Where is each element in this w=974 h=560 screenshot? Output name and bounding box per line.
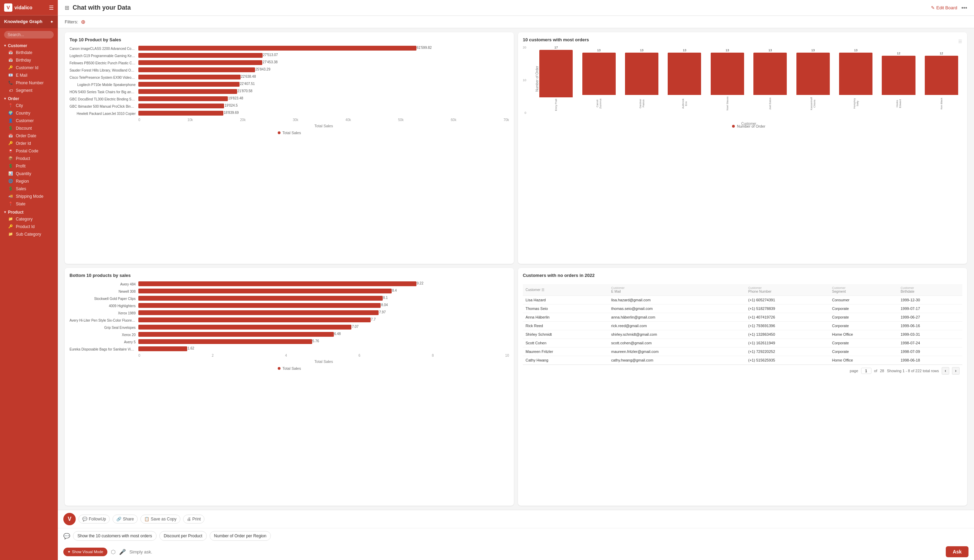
suggestion-3-label: Number of Order per Region (214, 533, 266, 538)
tag-icon: 🏷 (8, 88, 13, 93)
suggestion-3-button[interactable]: Number of Order per Region (210, 531, 271, 541)
hbar-label: Eureka Disposable Bags for Sanitaire Vib… (70, 347, 139, 351)
edit-board-button[interactable]: ✎ Edit Board (931, 5, 957, 10)
vbar-value-label: 17 (555, 46, 558, 49)
sidebar-item-order-date[interactable]: 📅 Order Date (0, 132, 58, 140)
vbar-bar (668, 53, 701, 95)
vbar-x-label: Ken Black (940, 96, 943, 111)
add-filter-button[interactable]: ⊕ (81, 18, 85, 25)
more-options-button[interactable]: ••• (961, 5, 967, 11)
sidebar-item-customer[interactable]: 👤 Customer (0, 117, 58, 125)
email-cell: shirley.schmidt@gmail.com (608, 330, 745, 339)
hamburger-icon[interactable]: ☰ (49, 5, 54, 11)
hbar-row: Hewlett Packard LaserJet 3310 Copier 18'… (70, 111, 509, 116)
hbar-value: 19'024.5 (224, 103, 239, 107)
sidebar-item-country[interactable]: 🌍 Country (0, 109, 58, 117)
hbar-container: 25'843.29 (139, 67, 509, 73)
sidebar-item-customer-id[interactable]: 🔑 Customer Id (0, 64, 58, 72)
sidebar-section-customer[interactable]: ▾ Customer (0, 41, 58, 49)
x-tick: 4 (285, 353, 287, 357)
sidebar-item-profit[interactable]: 💲 Profit (0, 162, 58, 170)
sidebar-item-state[interactable]: 📍 State (0, 200, 58, 208)
email-cell: rick.reed@gmail.com (608, 322, 745, 330)
sidebar-item-phone[interactable]: 📞 Phone Number (0, 79, 58, 87)
sidebar-item-label: Phone Number (16, 80, 44, 85)
page-number-input[interactable] (861, 368, 871, 374)
sidebar-item-product[interactable]: 📦 Product (0, 155, 58, 162)
col-header-label: Phone Number (748, 290, 771, 293)
hbar-row: Stockwell Gold Paper Clips 8.1 (70, 296, 509, 301)
sidebar-section-product[interactable]: ▾ Product (0, 208, 58, 215)
sidebar-item-segment[interactable]: 🏷 Segment (0, 87, 58, 94)
hbar-container: 22'407.51 (139, 82, 509, 87)
ask-button[interactable]: Ask (946, 546, 969, 557)
email-icon: 📧 (8, 73, 13, 77)
sidebar-item-sales[interactable]: 💲 Sales (0, 185, 58, 193)
hbar-container: 7.7 (139, 317, 509, 323)
suggestion-1-button[interactable]: Show the 10 customers with most orders (73, 531, 157, 541)
chevron-down-icon: ▾ (4, 44, 6, 47)
hbar-label: Xerox 20 (70, 333, 139, 337)
followup-button[interactable]: 💬 FollowUp (79, 515, 110, 523)
filters-bar: Filters: ⊕ (58, 16, 974, 28)
show-visual-mode-button[interactable]: ✦ Show Visual Mode (63, 548, 107, 556)
grid-icon: ⊞ (65, 5, 69, 11)
sidebar-item-order-id[interactable]: 🔑 Order Id (0, 140, 58, 147)
page-label: page (850, 369, 858, 373)
sidebar-section-order[interactable]: ▾ Order (0, 94, 58, 102)
dollar-icon: 💲 (8, 126, 13, 130)
save-as-copy-button[interactable]: 📋 Save as Copy (140, 515, 180, 523)
legend-dot (278, 132, 281, 134)
sidebar-item-label: Product Id (16, 224, 35, 229)
hbar-fill: 25'843.29 (139, 67, 255, 72)
hbar-label: Fellowes PB500 Electric Punch Plastic Co… (70, 61, 139, 65)
sidebar-item-category[interactable]: 📁 Category (0, 215, 58, 223)
vbar-bar (625, 53, 658, 95)
sidebar-item-birthdate[interactable]: 📅 Birthdate (0, 49, 58, 57)
hbar-label: Avery Hi-Liter Pen Style Six-Color Fluor… (70, 318, 139, 322)
legend-dot (278, 367, 281, 370)
bottom-products-hbar-chart: Avery 484 9.22 Newell 308 8.4 Stockwell … (70, 282, 509, 370)
sidebar-item-product-id[interactable]: 🔑 Product Id (0, 223, 58, 230)
sidebar-item-quantity[interactable]: 📊 Quantity (0, 170, 58, 177)
sidebar-item-shipping-mode[interactable]: 🚚 Shipping Mode (0, 193, 58, 200)
customers-most-orders-title: 10 customers with most orders (523, 37, 589, 42)
vbar-bars: 17 Emry Pratt 13 Zuznrrus Carroll 13 Pat… (535, 46, 962, 111)
knowledge-graph-section[interactable]: Knowledge Graph ✦ (0, 15, 58, 28)
top-products-hbar-chart: Canon imageCLASS 2200 Advanced Copier 61… (70, 46, 509, 135)
chart-menu-icon[interactable]: ☰ (958, 39, 962, 44)
share-button[interactable]: 🔗 Share (112, 515, 138, 523)
sidebar-item-postal-code[interactable]: 📮 Postal Code (0, 147, 58, 155)
hbar-fill: 8.4 (139, 288, 392, 293)
sidebar-item-label: Region (16, 179, 29, 184)
col-header-phone: Customer Phone Number (745, 284, 829, 296)
next-page-button[interactable]: › (952, 367, 959, 375)
chat-toolbar: V 💬 FollowUp 🔗 Share 📋 Save as Copy 🖨 Pr… (58, 510, 974, 528)
bottom-products-chart-card: Bottom 10 products by sales Avery 484 9.… (65, 268, 514, 506)
sidebar-item-birthday[interactable]: 📅 Birthday (0, 57, 58, 64)
suggestion-2-button[interactable]: Discount per Product (159, 531, 207, 541)
legend-text: Total Sales (282, 131, 301, 135)
vbar-bar (839, 53, 872, 95)
sidebar-item-discount[interactable]: 💲 Discount (0, 125, 58, 132)
hbar-fill: 5.76 (139, 339, 312, 344)
sidebar-item-label: Order Date (16, 133, 36, 138)
sidebar-item-email[interactable]: 📧 E Mail (0, 72, 58, 79)
table-menu-icon[interactable]: ☰ (541, 288, 545, 292)
search-input[interactable] (4, 31, 54, 38)
email-cell: thomas.seio@gmail.com (608, 304, 745, 313)
prev-page-button[interactable]: ‹ (942, 367, 949, 375)
hbar-value: 8.04 (381, 303, 396, 307)
microphone-icon[interactable]: 🎤 (119, 548, 126, 555)
sidebar-item-region[interactable]: 🌐 Region (0, 177, 58, 185)
hbar-row: Xerox 1989 7.97 (70, 310, 509, 316)
col-header-email: Customer E Mail (608, 284, 745, 296)
node-graph-icon[interactable]: ⬡ (111, 548, 116, 555)
print-button[interactable]: 🖨 Print (183, 515, 205, 523)
sidebar-item-city[interactable]: 📍 City (0, 102, 58, 109)
segment-cell: Corporate (829, 322, 897, 330)
sidebar-item-sub-category[interactable]: 📁 Sub Category (0, 230, 58, 238)
chat-input[interactable] (129, 549, 942, 555)
birthdate-cell: 1999-06-27 (898, 313, 962, 322)
hbar-label: Xerox 1989 (70, 311, 139, 315)
